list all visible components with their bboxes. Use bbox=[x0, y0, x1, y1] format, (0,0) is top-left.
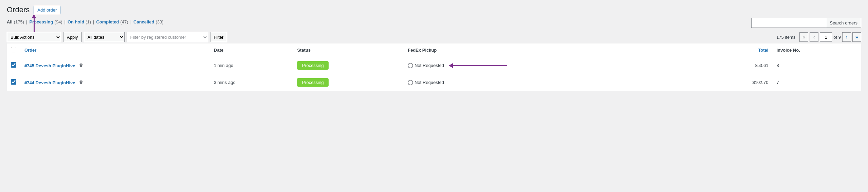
row1-order-link[interactable]: #745 Devesh PluginHive bbox=[24, 63, 75, 68]
row2-fedex-status: Not Requested bbox=[414, 80, 444, 85]
col-invoice: Invoice No. bbox=[772, 43, 861, 57]
row1-radio-icon bbox=[408, 63, 413, 68]
row2-status-cell: Processing bbox=[293, 74, 404, 91]
row1-fedex-container: Not Requested bbox=[408, 63, 701, 68]
col-fedex: FedEx Pickup bbox=[404, 43, 705, 57]
row2-order-link[interactable]: #744 Devesh PluginHive bbox=[24, 80, 75, 85]
row2-view-icon[interactable]: 👁 bbox=[78, 80, 84, 85]
row1-horizontal-arrow bbox=[449, 63, 507, 68]
row1-fedex-status: Not Requested bbox=[414, 63, 444, 68]
bulk-actions-arrow-annotation bbox=[32, 15, 36, 32]
tab-onhold-link[interactable]: On hold bbox=[68, 19, 84, 24]
customer-filter-select[interactable]: Filter by registered customer bbox=[127, 32, 208, 42]
row2-date-cell: 3 mins ago bbox=[210, 74, 293, 91]
items-count: 175 items bbox=[776, 35, 795, 40]
pagination-last-button[interactable]: » bbox=[852, 32, 861, 42]
row1-cb-cell bbox=[7, 57, 20, 74]
bulk-actions-wrapper: Bulk Actions bbox=[7, 32, 61, 42]
select-all-checkbox[interactable] bbox=[11, 47, 16, 52]
tab-all-link[interactable]: All bbox=[7, 19, 13, 24]
row1-view-icon[interactable]: 👁 bbox=[78, 63, 84, 68]
row2-order-cell: #744 Devesh PluginHive 👁 bbox=[20, 74, 210, 91]
arrow-up-head bbox=[32, 14, 36, 18]
tab-all[interactable]: All (175) bbox=[7, 19, 24, 24]
row2-fedex-container: Not Requested bbox=[408, 80, 701, 85]
tab-completed[interactable]: Completed (47) bbox=[96, 19, 128, 24]
dates-select[interactable]: All dates bbox=[84, 32, 125, 42]
tab-completed-link[interactable]: Completed bbox=[96, 19, 119, 24]
row2-status-badge: Processing bbox=[297, 78, 328, 87]
table-row: #745 Devesh PluginHive 👁 1 min ago Proce… bbox=[7, 57, 861, 74]
select-all-header bbox=[7, 43, 20, 57]
row1-order-cell: #745 Devesh PluginHive 👁 bbox=[20, 57, 210, 74]
row1-invoice-cell: 8 bbox=[772, 57, 861, 74]
row1-status-badge: Processing bbox=[297, 61, 328, 70]
orders-table: Order Date Status FedEx Pickup Total Inv… bbox=[7, 43, 861, 91]
row2-invoice-cell: 7 bbox=[772, 74, 861, 91]
row1-total-cell: $53.61 bbox=[705, 57, 773, 74]
search-orders-row: Search orders bbox=[751, 18, 861, 28]
col-status: Status bbox=[293, 43, 404, 57]
pagination-prev-button[interactable]: ‹ bbox=[810, 32, 818, 42]
add-order-button[interactable]: Add order bbox=[34, 6, 60, 14]
status-tabs: All (175) | Processing (94) | On hold (1… bbox=[7, 19, 164, 24]
bulk-actions-select[interactable]: Bulk Actions bbox=[7, 32, 61, 42]
col-order[interactable]: Order bbox=[20, 43, 210, 57]
row1-checkbox[interactable] bbox=[11, 62, 16, 68]
arrow-up-line bbox=[34, 18, 35, 32]
row2-total-cell: $102.70 bbox=[705, 74, 773, 91]
row1-date-cell: 1 min ago bbox=[210, 57, 293, 74]
row2-radio-icon bbox=[408, 80, 413, 85]
tablenav-top: Bulk Actions Apply All dates Filter by r… bbox=[7, 32, 861, 42]
h-arrow-line bbox=[453, 65, 507, 66]
pagination-first-button[interactable]: « bbox=[799, 32, 808, 42]
tab-onhold[interactable]: On hold (1) bbox=[68, 19, 91, 24]
row2-checkbox[interactable] bbox=[11, 79, 16, 85]
page-header: Orders Add order bbox=[7, 5, 861, 14]
search-orders-button[interactable]: Search orders bbox=[826, 18, 861, 28]
row2-cb-cell bbox=[7, 74, 20, 91]
page-title: Orders bbox=[7, 5, 30, 14]
tab-cancelled-link[interactable]: Cancelled bbox=[133, 19, 154, 24]
search-input[interactable] bbox=[751, 18, 826, 28]
col-total[interactable]: Total bbox=[705, 43, 773, 57]
pagination-next-button[interactable]: › bbox=[842, 32, 851, 42]
table-row: #744 Devesh PluginHive 👁 3 mins ago Proc… bbox=[7, 74, 861, 91]
h-arrow-head bbox=[449, 63, 453, 68]
tablenav-right: 175 items « ‹ of 9 › » bbox=[776, 32, 861, 42]
tablenav-left: Bulk Actions Apply All dates Filter by r… bbox=[7, 32, 227, 42]
page-wrap: Orders Add order All (175) | Processing … bbox=[0, 0, 868, 192]
page-number-input[interactable] bbox=[820, 32, 832, 42]
col-date: Date bbox=[210, 43, 293, 57]
apply-button[interactable]: Apply bbox=[63, 32, 82, 42]
table-header-row: Order Date Status FedEx Pickup Total Inv… bbox=[7, 43, 861, 57]
row1-fedex-cell: Not Requested bbox=[404, 57, 705, 74]
row1-status-cell: Processing bbox=[293, 57, 404, 74]
tab-cancelled[interactable]: Cancelled (33) bbox=[133, 19, 164, 24]
filter-button[interactable]: Filter bbox=[210, 32, 227, 42]
row2-fedex-cell: Not Requested bbox=[404, 74, 705, 91]
